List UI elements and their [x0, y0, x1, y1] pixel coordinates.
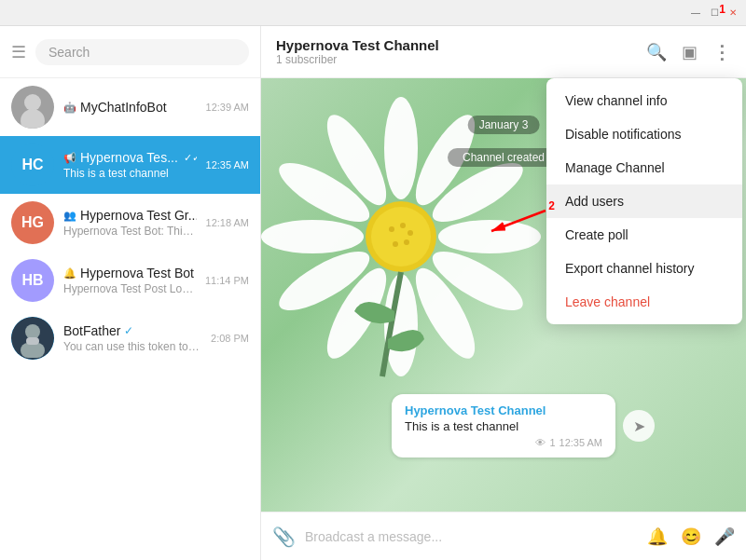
- chat-list: 🤖 MyChatInfoBot 12:39 AM HC 📢 Hypernova …: [0, 78, 260, 560]
- avatar-hc: HC: [11, 143, 54, 186]
- chat-item-hypernova-bot[interactable]: HB 🔔 Hypernova Test Bot Hypernova Test P…: [0, 252, 260, 309]
- more-options-icon[interactable]: ⋮: [712, 41, 731, 63]
- chat-title: Hypernova Test Channel: [276, 37, 635, 53]
- bubble-channel-name: Hypernova Test Channel: [405, 403, 602, 417]
- chat-info-botfather: BotFather ✓ You can use this token to ac…: [63, 323, 201, 353]
- sidebar: ☰ Search 🤖 MyChatInfoBot: [0, 26, 261, 560]
- chat-title-block: Hypernova Test Channel 1 subscriber: [276, 37, 635, 66]
- chat-time-mychatinfobot: 12:39 AM: [206, 102, 249, 113]
- chat-subtitle: 1 subscriber: [276, 53, 635, 66]
- svg-point-4: [25, 324, 40, 339]
- chat-area: Hypernova Test Channel 1 subscriber 🔍 ▣ …: [261, 26, 746, 560]
- chat-preview-botfather: You can use this token to access ...: [63, 340, 201, 353]
- minimize-button[interactable]: —: [690, 7, 701, 19]
- menu-export-channel-history[interactable]: Export channel history: [546, 252, 742, 285]
- group-icon: 👥: [63, 210, 76, 222]
- message-input[interactable]: Broadcast a message...: [305, 529, 638, 544]
- chat-item-mychatinfobot[interactable]: 🤖 MyChatInfoBot 12:39 AM: [0, 78, 260, 136]
- titlebar: — ☐ ✕ 1: [0, 0, 746, 26]
- chat-name-hg: 👥 Hypernova Test Gr...: [63, 208, 197, 223]
- chat-header: Hypernova Test Channel 1 subscriber 🔍 ▣ …: [261, 26, 746, 78]
- chat-info-hc: 📢 Hypernova Tes... ✓✓ This is a test cha…: [63, 150, 197, 180]
- svg-point-11: [438, 220, 541, 253]
- sent-check: ✓✓: [184, 152, 197, 164]
- svg-point-26: [393, 241, 398, 247]
- svg-point-25: [404, 239, 409, 245]
- avatar-hg: HG: [11, 201, 54, 244]
- search-icon[interactable]: 🔍: [646, 42, 667, 62]
- context-menu: View channel info Disable notifications …: [546, 78, 742, 324]
- chat-info-hg: 👥 Hypernova Test Gr... Hypernova Test Bo…: [63, 208, 197, 238]
- botfather-avatar: [11, 317, 54, 360]
- channel-created-badge: Channel created: [448, 148, 560, 167]
- bubble-text: This is a test channel: [405, 419, 602, 433]
- chat-name-mychatinfobot: 🤖 MyChatInfoBot: [63, 100, 197, 115]
- menu-view-channel-info[interactable]: View channel info: [546, 84, 742, 117]
- hamburger-menu-icon[interactable]: ☰: [11, 42, 26, 62]
- message-bubble: Hypernova Test Channel This is a test ch…: [392, 394, 615, 458]
- chat-info-hb: 🔔 Hypernova Test Bot Hypernova Test Post…: [63, 266, 196, 295]
- bot-avatar-svg: [11, 86, 54, 129]
- header-icons: 🔍 ▣ ⋮: [646, 41, 731, 63]
- chat-preview-hb: Hypernova Test Post Lorem ipsu...: [63, 282, 196, 295]
- svg-rect-5: [21, 343, 45, 358]
- svg-rect-6: [26, 337, 39, 345]
- chat-preview-hg: Hypernova Test Bot: This is a test ...: [63, 225, 197, 238]
- menu-add-users[interactable]: Add users: [546, 184, 742, 218]
- avatar-hb: HB: [11, 259, 54, 302]
- input-icons: 🔔 😊 🎤: [647, 526, 735, 547]
- chat-name-hb: 🔔 Hypernova Test Bot: [63, 266, 196, 280]
- close-button[interactable]: ✕: [727, 7, 739, 19]
- chat-time-hg: 12:18 AM: [206, 217, 249, 228]
- avatar-botfather: [11, 317, 54, 360]
- svg-point-22: [389, 226, 394, 232]
- input-bar: 📎 Broadcast a message... 🔔 😊 🎤: [261, 512, 746, 560]
- search-input[interactable]: Search: [35, 39, 249, 65]
- bot-icon: 🤖: [63, 102, 76, 114]
- avatar-mychatinfobot: [11, 86, 54, 129]
- microphone-icon[interactable]: 🎤: [714, 526, 735, 547]
- chat-time-hb: 11:14 PM: [205, 275, 249, 286]
- chat-name-botfather: BotFather ✓: [63, 323, 201, 338]
- chat-preview-hc: This is a test channel: [63, 167, 197, 180]
- attach-icon[interactable]: 📎: [272, 526, 296, 548]
- svg-point-21: [371, 207, 431, 266]
- chat-time-botfather: 2:08 PM: [211, 333, 249, 344]
- red-number-1: 1: [719, 3, 725, 16]
- maximize-button[interactable]: ☐: [709, 7, 720, 19]
- view-count: 1: [549, 437, 555, 448]
- chat-name-hc: 📢 Hypernova Tes... ✓✓: [63, 150, 197, 165]
- chat-time-hc: 12:35 AM: [206, 159, 249, 171]
- svg-point-24: [408, 230, 413, 236]
- svg-point-1: [24, 94, 41, 111]
- muted-icon: 🔔: [63, 267, 76, 280]
- svg-point-23: [400, 223, 406, 228]
- message-time: 12:35 AM: [560, 437, 602, 448]
- date-badge: January 3: [468, 116, 540, 134]
- menu-leave-channel[interactable]: Leave channel: [546, 285, 742, 319]
- channel-icon: 📢: [63, 152, 76, 164]
- menu-create-poll[interactable]: Create poll: [546, 218, 742, 252]
- chat-item-hypernova-channel[interactable]: HC 📢 Hypernova Tes... ✓✓ This is a test …: [0, 136, 260, 194]
- forward-button[interactable]: ➤: [623, 410, 655, 442]
- emoji-icon[interactable]: 😊: [681, 526, 701, 547]
- chat-item-hypernova-group[interactable]: HG 👥 Hypernova Test Gr... Hypernova Test…: [0, 194, 260, 252]
- eye-icon: 👁: [535, 437, 546, 448]
- main-container: ☰ Search 🤖 MyChatInfoBot: [0, 26, 746, 560]
- chat-info-mychatinfobot: 🤖 MyChatInfoBot: [63, 100, 197, 115]
- chat-item-botfather[interactable]: BotFather ✓ You can use this token to ac…: [0, 309, 260, 367]
- notifications-icon[interactable]: 🔔: [647, 526, 668, 547]
- svg-point-17: [261, 220, 364, 253]
- verified-icon: ✓: [124, 324, 133, 337]
- columns-icon[interactable]: ▣: [682, 42, 698, 62]
- menu-manage-channel[interactable]: Manage Channel: [546, 151, 742, 184]
- svg-point-8: [384, 97, 418, 199]
- menu-disable-notifications[interactable]: Disable notifications: [546, 117, 742, 151]
- bubble-meta: 👁 1 12:35 AM: [405, 437, 602, 448]
- sidebar-header: ☰ Search: [0, 26, 260, 78]
